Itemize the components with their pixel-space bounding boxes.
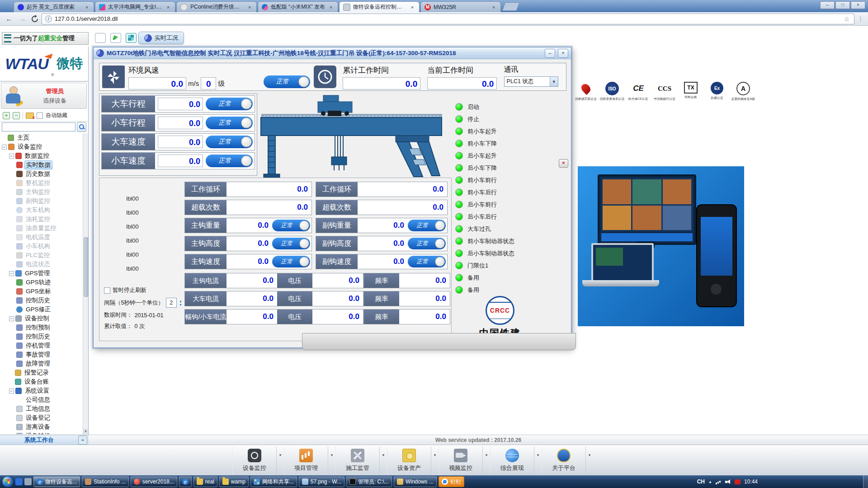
taskbar-button[interactable]: real	[193, 476, 217, 487]
toolbar-button[interactable]: 综合展现	[490, 446, 534, 474]
dropdown-arrow-icon[interactable]	[550, 77, 558, 86]
interval-spinner[interactable]	[179, 300, 182, 306]
tree-item[interactable]: 副钩监控	[0, 197, 83, 206]
tree-item[interactable]: 停机管理	[0, 341, 83, 350]
expand-all-icon[interactable]	[3, 112, 10, 119]
tree-item[interactable]: 小车机构	[0, 242, 83, 251]
tree-item[interactable]: 报警记录	[0, 368, 83, 377]
gauge-status-toggle[interactable]: 正常	[206, 155, 253, 167]
tree-item[interactable]: 控制历史	[0, 332, 83, 341]
collapse-sidebar-icon[interactable]	[78, 436, 87, 445]
tree-item[interactable]: GPS管理	[0, 269, 83, 278]
metric-status-toggle[interactable]: 正常	[408, 238, 446, 249]
tree-expander-icon[interactable]	[2, 145, 7, 150]
tree-item[interactable]: 历史数据	[0, 169, 83, 178]
toolbar-button[interactable]: 视频监控	[439, 446, 482, 474]
gauge-status-toggle[interactable]: 正常	[206, 136, 253, 148]
volume-tray-icon[interactable]	[725, 479, 731, 484]
taskbar-button[interactable]: 网络和共享...	[250, 476, 297, 487]
dialog-minimize-button[interactable]	[545, 49, 555, 58]
scrollbar-thumb[interactable]	[84, 237, 89, 297]
gauge-status-toggle[interactable]: 正常	[206, 117, 253, 129]
toolbar-dropdown-icon[interactable]	[276, 446, 284, 474]
plc-status-dropdown[interactable]: PLC1 状态	[504, 76, 558, 87]
tree-item[interactable]: 电流状态	[0, 260, 83, 269]
toolbar-button[interactable]: 项目管理	[284, 446, 328, 474]
tab-close-icon[interactable]	[246, 5, 253, 10]
show-desktop-button[interactable]	[863, 475, 868, 488]
tree-item[interactable]: 公司信息	[0, 395, 83, 404]
taskbar-button[interactable]	[179, 476, 192, 487]
tree-item[interactable]: 游离设备	[0, 422, 83, 432]
taskbar-button[interactable]: 57.png - W...	[299, 476, 344, 487]
tree-item[interactable]: 故障管理	[0, 359, 83, 368]
toolbar-dropdown-icon[interactable]	[328, 446, 335, 474]
maximize-button[interactable]	[835, 1, 850, 9]
metric-status-toggle[interactable]: 正常	[272, 220, 310, 231]
tree-item[interactable]: 主钩监控	[0, 188, 83, 197]
back-button[interactable]	[4, 14, 14, 24]
toolbar-dropdown-icon[interactable]	[431, 446, 439, 474]
tree-item[interactable]: 设备台账	[0, 377, 83, 386]
tree-item[interactable]: 设备登记	[0, 413, 83, 422]
toolbar-dropdown-icon[interactable]	[585, 446, 593, 474]
tree-item[interactable]: 主页	[0, 133, 83, 142]
tray-expand-icon[interactable]	[708, 480, 712, 484]
search-icon[interactable]	[77, 122, 86, 132]
tree-item[interactable]: 数据监控	[0, 151, 83, 160]
clock[interactable]: 10:44	[744, 479, 758, 485]
quick-launch-icon[interactable]	[24, 478, 32, 485]
toolbar-dropdown-icon[interactable]	[379, 446, 387, 474]
browser-tab[interactable]: MW325R	[420, 1, 501, 12]
tree-item[interactable]: 事故管理	[0, 350, 83, 359]
tree-expander-icon[interactable]	[9, 271, 14, 276]
tree-item[interactable]: 设备转机	[0, 432, 83, 434]
wind-status-toggle[interactable]: 正常	[264, 75, 311, 88]
browser-tab[interactable]: PConline消费升级峰会	[176, 1, 257, 12]
tree-item[interactable]: GPS坐标	[0, 287, 83, 296]
quick-launch-icon[interactable]	[15, 478, 23, 485]
tree-expander-icon[interactable]	[9, 389, 14, 394]
tree-item[interactable]: 油耗监控	[0, 215, 83, 224]
taskbar-button[interactable]: Windows ...	[394, 476, 437, 487]
metric-status-toggle[interactable]: 正常	[408, 256, 446, 267]
forward-button[interactable]	[17, 14, 28, 24]
tab-close-icon[interactable]	[328, 5, 334, 10]
tab-close-icon[interactable]	[409, 5, 415, 10]
toolbar-button[interactable]: 关于平台	[542, 446, 585, 474]
browser-tab[interactable]: 太平洋电脑网_专业IT门户	[95, 1, 175, 12]
taskbar-button[interactable]: 微特设备远...	[33, 476, 80, 487]
url-bar[interactable]: 127.0.0.1/server2018.dll	[42, 14, 854, 24]
metric-status-toggle[interactable]: 正常	[408, 220, 446, 231]
tree-filter-input[interactable]	[2, 122, 75, 131]
tree-item[interactable]: 控制历史	[0, 296, 83, 305]
taskbar-button[interactable]: 管理员: C:\...	[346, 476, 392, 487]
taskbar-button[interactable]: wamp	[219, 476, 249, 487]
minimize-button[interactable]	[820, 1, 835, 9]
realtime-tab[interactable]: 实时工况	[138, 32, 184, 44]
tree-item[interactable]: 设备控制	[0, 314, 83, 323]
tree-item[interactable]: 系统设置	[0, 386, 83, 395]
dialog-close-button[interactable]	[558, 49, 568, 58]
tab-close-icon[interactable]	[491, 5, 497, 10]
tab-close-icon[interactable]	[165, 5, 171, 10]
tree-item[interactable]: 大车机构	[0, 206, 83, 215]
pause-refresh-checkbox[interactable]	[104, 287, 110, 294]
toolbar-dropdown-icon[interactable]	[482, 446, 490, 474]
collapse-all-icon[interactable]	[13, 112, 20, 119]
grid-view-icon[interactable]	[126, 33, 137, 43]
metric-status-toggle[interactable]: 正常	[272, 238, 310, 249]
taskbar-button[interactable]: StationInfo ...	[82, 476, 129, 487]
alert-tray-icon[interactable]	[735, 479, 741, 484]
tree-item[interactable]: 控制预制	[0, 323, 83, 332]
tree-item[interactable]: GPS修正	[0, 305, 83, 314]
select-device-link[interactable]: 选择设备	[27, 97, 83, 105]
tree-item[interactable]: PLC监控	[0, 251, 83, 260]
tree-expander-icon[interactable]	[9, 316, 14, 321]
taskbar-button[interactable]: server2018...	[131, 476, 177, 487]
browser-menu-icon[interactable]	[857, 15, 864, 22]
new-window-icon[interactable]	[95, 33, 106, 43]
language-indicator[interactable]: CH	[697, 479, 705, 485]
browser-tab[interactable]: 低配版 “小米MIX” 发布	[258, 1, 338, 12]
refresh-icon[interactable]	[31, 15, 39, 23]
